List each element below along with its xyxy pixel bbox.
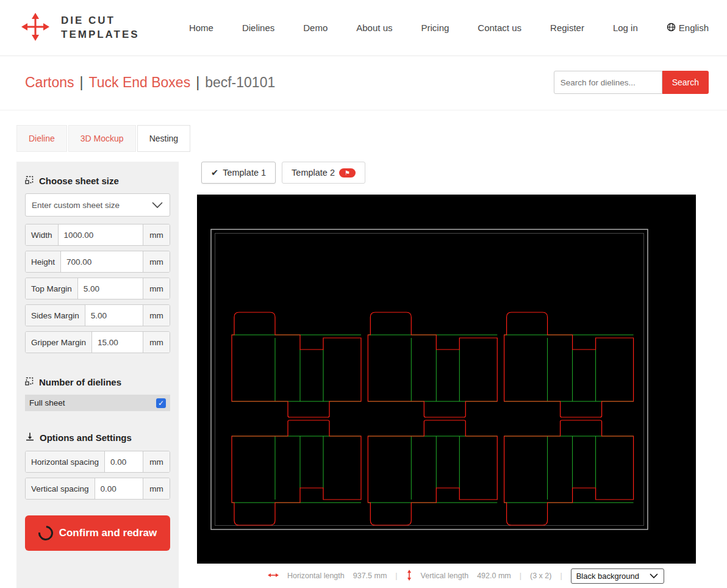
breadcrumb-code: becf-10101: [205, 74, 275, 91]
template-1-tab[interactable]: ✔ Template 1: [201, 162, 276, 184]
dielines-count-icon: [25, 376, 34, 387]
tab-dieline[interactable]: Dieline: [16, 125, 67, 152]
sides-margin-input[interactable]: [85, 305, 143, 326]
grid-count: (3 x 2): [530, 572, 551, 580]
sides-margin-field-group: Sides Margin mm: [25, 304, 170, 326]
gripper-margin-field-group: Gripper Margin mm: [25, 331, 170, 353]
width-input[interactable]: [59, 224, 143, 245]
nav-contact[interactable]: Contact us: [478, 23, 521, 33]
sheet-size-section-title: Choose sheet size: [25, 175, 170, 186]
language-label: English: [679, 23, 709, 33]
top-margin-field-group: Top Margin mm: [25, 278, 170, 299]
vertical-length-value: 492.0 mm: [477, 572, 511, 580]
confirm-redraw-button[interactable]: Confirm and redraw: [25, 515, 170, 551]
gripper-margin-unit: mm: [143, 332, 170, 353]
language-selector[interactable]: English: [667, 23, 709, 34]
breadcrumb-category[interactable]: Cartons: [25, 74, 74, 91]
nav-demo[interactable]: Demo: [303, 23, 328, 33]
redraw-spinner-icon: [35, 523, 56, 543]
view-tabs: Dieline 3D Mockup Nesting: [16, 125, 727, 152]
die-cut-arrows-icon: [18, 10, 52, 46]
horizontal-arrow-icon: [268, 572, 279, 580]
nesting-settings-sidebar: Choose sheet size Enter custom sheet siz…: [16, 162, 179, 588]
chevron-down-icon: [649, 573, 659, 579]
options-section-title: Options and Settings: [25, 432, 170, 443]
nav-login[interactable]: Log in: [613, 23, 638, 33]
tab-nesting[interactable]: Nesting: [137, 125, 190, 152]
sides-margin-label: Sides Margin: [26, 305, 85, 326]
vertical-spacing-label: Vertical spacing: [26, 478, 95, 499]
height-unit: mm: [143, 251, 170, 272]
background-select[interactable]: Black background: [571, 568, 664, 584]
width-unit: mm: [143, 224, 170, 245]
search-button[interactable]: Search: [662, 71, 709, 94]
nav-pricing[interactable]: Pricing: [421, 23, 449, 33]
vertical-arrow-icon: [406, 570, 412, 583]
breadcrumb-subcategory[interactable]: Tuck End Boxes: [89, 74, 191, 91]
breadcrumb-separator: |: [80, 74, 84, 91]
nav-register[interactable]: Register: [550, 23, 584, 33]
gripper-margin-input[interactable]: [92, 332, 143, 353]
top-margin-unit: mm: [143, 278, 170, 299]
nav-dielines[interactable]: Dielines: [242, 23, 274, 33]
search-bar: Search: [554, 71, 709, 94]
options-settings-icon: [25, 432, 35, 443]
width-label: Width: [26, 224, 59, 245]
sides-margin-unit: mm: [143, 305, 170, 326]
full-sheet-row: Full sheet ✓: [25, 395, 170, 411]
full-sheet-checkbox[interactable]: ✓: [156, 398, 166, 408]
horizontal-spacing-unit: mm: [143, 451, 170, 472]
globe-icon: [667, 23, 676, 34]
nesting-canvas[interactable]: [197, 195, 696, 564]
vertical-length-label: Vertical length: [421, 572, 469, 580]
sheet-size-icon: [25, 175, 34, 186]
horizontal-length-value: 937.5 mm: [353, 572, 387, 580]
top-margin-label: Top Margin: [26, 278, 78, 299]
vertical-spacing-input[interactable]: [95, 478, 143, 499]
check-icon: ✔: [211, 168, 218, 177]
height-field-group: Height mm: [25, 251, 170, 273]
vertical-spacing-unit: mm: [143, 478, 170, 499]
full-sheet-label: Full sheet: [29, 398, 65, 407]
breadcrumb-separator: |: [196, 74, 199, 91]
dielines-section-title: Number of dielines: [25, 376, 170, 387]
horizontal-spacing-field-group: Horizontal spacing mm: [25, 451, 170, 473]
brand-name: DIE CUT TEMPLATES: [61, 14, 140, 42]
tab-3d-mockup[interactable]: 3D Mockup: [68, 125, 136, 152]
logo[interactable]: DIE CUT TEMPLATES: [18, 10, 140, 46]
template-tabs: ✔ Template 1 Template 2 ⚑: [201, 162, 696, 184]
height-input[interactable]: [61, 251, 143, 272]
flag-badge-icon: ⚑: [339, 168, 356, 177]
header: DIE CUT TEMPLATES Home Dielines Demo Abo…: [0, 0, 727, 56]
search-input[interactable]: [554, 71, 662, 94]
height-label: Height: [26, 251, 61, 272]
breadcrumb-row: Cartons | Tuck End Boxes | becf-10101 Se…: [0, 56, 727, 110]
sheet-size-dropdown[interactable]: Enter custom sheet size: [25, 193, 170, 217]
horizontal-spacing-label: Horizontal spacing: [26, 451, 105, 472]
horizontal-length-label: Horizontal length: [287, 572, 345, 580]
gripper-margin-label: Gripper Margin: [26, 332, 92, 353]
template-2-tab[interactable]: Template 2 ⚑: [282, 162, 365, 184]
nesting-main: ✔ Template 1 Template 2 ⚑ Horizontal len…: [197, 162, 696, 588]
breadcrumb: Cartons | Tuck End Boxes | becf-10101: [25, 74, 275, 91]
chevron-down-icon: [151, 201, 163, 209]
horizontal-spacing-input[interactable]: [105, 451, 143, 472]
nav-about[interactable]: About us: [356, 23, 392, 33]
sheet-size-dropdown-value: Enter custom sheet size: [32, 201, 120, 210]
canvas-status-bar: Horizontal length 937.5 mm | Vertical le…: [197, 564, 696, 588]
nav-home[interactable]: Home: [189, 23, 213, 33]
width-field-group: Width mm: [25, 224, 170, 246]
main-nav: Home Dielines Demo About us Pricing Cont…: [189, 23, 709, 34]
top-margin-input[interactable]: [78, 278, 143, 299]
main-layout: Choose sheet size Enter custom sheet siz…: [0, 162, 727, 588]
vertical-spacing-field-group: Vertical spacing mm: [25, 478, 170, 500]
